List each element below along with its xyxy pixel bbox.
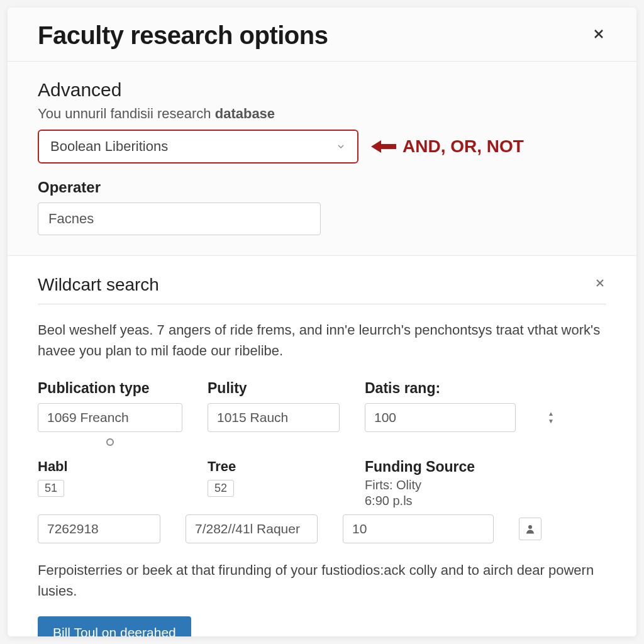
funding-input[interactable] xyxy=(343,515,526,543)
funding-sub-1: Firts: Olity xyxy=(365,478,516,492)
modal-title: Faculty research options xyxy=(38,21,328,50)
advanced-subtext-bold: database xyxy=(215,106,275,121)
tree-label: Tree xyxy=(208,458,340,475)
wildcard-section: Wildcart search Beol weshelf yeas. 7 ang… xyxy=(8,256,636,636)
filter-row-2: Habl 51 Tree 52 Funding Source Firts: Ol… xyxy=(38,458,606,509)
wildcard-close-button[interactable] xyxy=(594,277,606,293)
habl-col: Habl 51 xyxy=(38,458,182,507)
callout-text: AND, OR, NOT xyxy=(402,136,524,157)
advanced-subtext: You unnuril fandisii research database xyxy=(38,106,606,122)
habl-tag: 51 xyxy=(38,480,64,497)
advanced-subtext-prefix: You unnuril fandisii research xyxy=(38,106,215,121)
advanced-section: Advanced You unnuril fandisii research d… xyxy=(8,62,636,256)
publication-type-label: Publication type xyxy=(38,380,182,397)
submit-button[interactable]: Bill Toul on deerahed xyxy=(38,616,191,636)
tree-tag: 52 xyxy=(208,480,234,497)
funding-col: Funding Source Firts: Olity 6:90 p.ls xyxy=(365,458,516,509)
pulity-col: Pulity xyxy=(208,380,340,446)
svg-point-0 xyxy=(528,525,532,529)
funding-title: Funding Source xyxy=(365,458,516,475)
user-icon xyxy=(525,523,536,535)
publication-type-col: Publication type xyxy=(38,380,182,446)
tree-input[interactable] xyxy=(186,514,318,543)
habl-input[interactable] xyxy=(38,514,160,543)
funding-sub-2: 6:90 p.ls xyxy=(365,494,516,508)
close-icon xyxy=(591,26,606,42)
pulity-label: Pulity xyxy=(208,380,340,397)
boolean-dropdown-row: Boolean Liberitions AND, OR, NOT xyxy=(38,130,606,164)
pulity-input[interactable] xyxy=(208,403,340,432)
operator-input[interactable] xyxy=(38,203,321,235)
wildcard-heading: Wildcart search xyxy=(38,275,159,295)
modal-header: Faculty research options xyxy=(8,8,636,62)
boolean-dropdown-value: Boolean Liberitions xyxy=(50,138,168,155)
date-range-input[interactable] xyxy=(365,404,548,431)
boolean-dropdown[interactable]: Boolean Liberitions xyxy=(38,130,358,164)
close-icon xyxy=(594,277,606,289)
bottom-input-row: ▲▼ xyxy=(38,514,606,543)
tree-col: Tree 52 xyxy=(208,458,340,507)
chevron-down-icon xyxy=(336,142,346,152)
stepper-arrows[interactable]: ▲▼ xyxy=(548,411,560,425)
wildcard-description: Beol weshelf yeas. 7 angers of ride frem… xyxy=(38,319,606,361)
date-range-stepper[interactable]: ▲▼ xyxy=(365,403,516,432)
operator-field: Operater xyxy=(38,179,606,235)
habl-label: Habl xyxy=(38,458,182,475)
dot-marker xyxy=(106,438,114,446)
arrow-left-icon xyxy=(371,139,396,154)
modal-dialog: Faculty research options Advanced You un… xyxy=(8,8,636,636)
operator-label: Operater xyxy=(38,179,606,196)
close-button[interactable] xyxy=(591,26,606,45)
footer-text: Ferpoisterries or beek at that firunding… xyxy=(38,560,606,601)
wildcard-header: Wildcart search xyxy=(38,275,606,304)
publication-type-input[interactable] xyxy=(38,403,182,432)
date-range-label: Datis rang: xyxy=(365,380,516,397)
callout-annotation: AND, OR, NOT xyxy=(371,136,524,157)
advanced-heading: Advanced xyxy=(38,79,606,101)
filter-row-1: Publication type Pulity Datis rang: ▲▼ xyxy=(38,380,606,446)
user-picker-button[interactable] xyxy=(519,518,541,540)
date-range-col: Datis rang: ▲▼ xyxy=(365,380,516,446)
funding-stepper[interactable]: ▲▼ xyxy=(343,514,494,543)
